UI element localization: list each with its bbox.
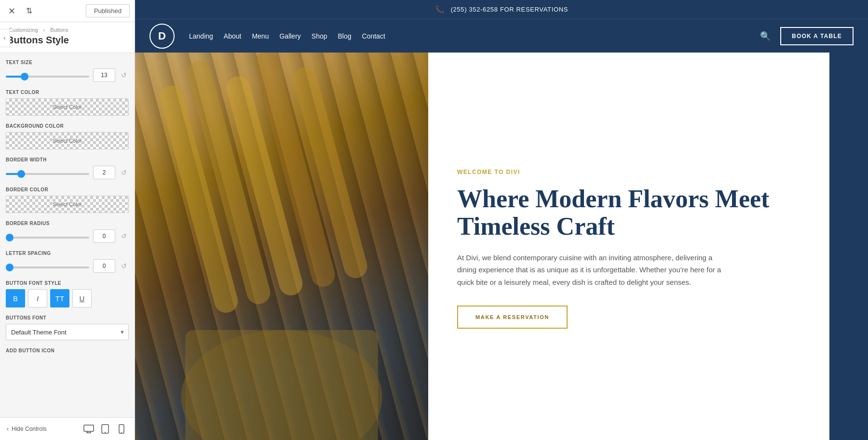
- font-tt-button[interactable]: TT: [50, 289, 69, 307]
- panel-body: TEXT SIZE ↺ TEXT COLOR Select Color BACK…: [0, 53, 135, 417]
- border-radius-group: BORDER RADIUS ↺: [6, 221, 129, 243]
- bg-color-group: BACKGROUND COLOR Select Color: [6, 123, 129, 149]
- back-button[interactable]: ‹: [0, 29, 10, 47]
- published-button[interactable]: Published: [86, 4, 130, 17]
- letter-spacing-input[interactable]: [93, 259, 115, 273]
- buttons-font-select-container: Default Theme Font ▼: [6, 324, 129, 340]
- svg-point-7: [121, 432, 122, 433]
- add-button-icon-group: ADD BUTTON ICON: [6, 348, 129, 353]
- bg-color-swatch[interactable]: Select Color: [6, 132, 129, 149]
- welcome-text: WELCOME TO DIVI: [457, 169, 839, 175]
- border-width-slider[interactable]: [6, 173, 89, 175]
- border-width-label: BORDER WIDTH: [6, 157, 129, 162]
- hide-controls-button[interactable]: ‹ Hide Controls: [7, 426, 47, 432]
- nav-links: Landing About Menu Gallery Shop Blog Con…: [189, 32, 746, 40]
- right-background-accent: [829, 53, 868, 440]
- bg-color-label: BACKGROUND COLOR: [6, 123, 129, 129]
- buttons-font-label: BUTTONS FONT: [6, 315, 129, 320]
- border-radius-row: ↺: [6, 229, 129, 243]
- nav-link-gallery[interactable]: Gallery: [279, 32, 300, 40]
- hero-content: WELCOME TO DIVI Where Modern Flavors Mee…: [428, 53, 868, 440]
- letter-spacing-row: ↺: [6, 259, 129, 273]
- nav-link-about[interactable]: About: [224, 32, 242, 40]
- site-nav: D Landing About Menu Gallery Shop Blog C…: [135, 19, 868, 53]
- close-button[interactable]: ✕: [5, 4, 18, 18]
- phone-icon: 📞: [435, 5, 445, 14]
- text-color-label: TEXT COLOR: [6, 90, 129, 95]
- text-color-select-label: Select Color: [53, 104, 82, 110]
- font-italic-button[interactable]: I: [28, 289, 47, 307]
- border-color-swatch[interactable]: Select Color: [6, 196, 129, 213]
- text-size-label: TEXT SIZE: [6, 60, 129, 65]
- letter-spacing-label: LETTER SPACING: [6, 251, 129, 256]
- panel-header: Customizing › Buttons Buttons Style: [0, 22, 135, 53]
- panel-topbar: ✕ ⇅ Published: [0, 0, 135, 22]
- letter-spacing-group: LETTER SPACING ↺: [6, 251, 129, 273]
- border-radius-slider[interactable]: [6, 237, 89, 239]
- hero-description: At Divi, we blend contemporary cuisine w…: [457, 252, 727, 289]
- border-width-group: BORDER WIDTH ↺: [6, 157, 129, 179]
- add-button-icon-label: ADD BUTTON ICON: [6, 348, 129, 353]
- site-phone-number: (255) 352-6258 FOR RESERVATIONS: [451, 6, 568, 13]
- text-size-slider-container: [6, 71, 89, 80]
- border-radius-input[interactable]: [93, 229, 115, 243]
- hero-food-image: [135, 53, 428, 440]
- text-size-slider[interactable]: [6, 76, 89, 78]
- button-font-style-group: BUTTON FONT STYLE B I TT U: [6, 280, 129, 307]
- nav-link-shop[interactable]: Shop: [312, 32, 327, 40]
- chevron-left-icon: ‹: [7, 426, 9, 432]
- hero-section: WELCOME TO DIVI Where Modern Flavors Mee…: [135, 53, 868, 440]
- svg-point-5: [105, 432, 106, 433]
- search-icon[interactable]: 🔍: [760, 31, 771, 41]
- font-underline-button[interactable]: U: [72, 289, 92, 307]
- svg-rect-0: [84, 425, 94, 431]
- letter-spacing-reset[interactable]: ↺: [119, 261, 129, 271]
- nav-link-landing[interactable]: Landing: [189, 32, 213, 40]
- desktop-view-button[interactable]: [82, 423, 95, 435]
- mobile-view-button[interactable]: [115, 423, 128, 435]
- customizer-panel: ✕ ⇅ Published Customizing › Buttons Butt…: [0, 0, 135, 440]
- hide-controls-label: Hide Controls: [12, 426, 47, 432]
- breadcrumb: Customizing › Buttons: [7, 27, 128, 33]
- sort-button[interactable]: ⇅: [22, 4, 36, 18]
- border-radius-reset[interactable]: ↺: [119, 231, 129, 241]
- border-color-select-label: Select Color: [53, 201, 82, 207]
- text-color-swatch[interactable]: Select Color: [6, 98, 129, 116]
- panel-title: Buttons Style: [7, 35, 128, 46]
- site-topbar: 📞 (255) 352-6258 FOR RESERVATIONS: [135, 0, 868, 19]
- buttons-font-select[interactable]: Default Theme Font: [6, 324, 129, 340]
- nav-link-blog[interactable]: Blog: [338, 32, 352, 40]
- breadcrumb-buttons[interactable]: Buttons: [50, 27, 68, 33]
- border-color-group: BORDER COLOR Select Color: [6, 187, 129, 213]
- site-preview: 📞 (255) 352-6258 FOR RESERVATIONS D Land…: [135, 0, 868, 440]
- text-size-group: TEXT SIZE ↺: [6, 60, 129, 82]
- tablet-view-button[interactable]: [99, 423, 111, 435]
- svg-rect-14: [185, 330, 378, 440]
- letter-spacing-slider[interactable]: [6, 267, 89, 268]
- border-width-input[interactable]: [93, 166, 115, 179]
- border-width-reset[interactable]: ↺: [119, 168, 129, 177]
- text-size-input[interactable]: [93, 68, 115, 82]
- buttons-font-group: BUTTONS FONT Default Theme Font ▼: [6, 315, 129, 340]
- border-width-slider-container: [6, 168, 89, 177]
- text-size-reset[interactable]: ↺: [119, 70, 129, 80]
- text-size-row: ↺: [6, 68, 129, 82]
- panel-footer: ‹ Hide Controls: [0, 417, 135, 440]
- border-width-row: ↺: [6, 166, 129, 179]
- letter-spacing-slider-container: [6, 262, 89, 270]
- view-buttons: [82, 423, 128, 435]
- site-logo[interactable]: D: [149, 24, 175, 49]
- border-radius-slider-container: [6, 232, 89, 240]
- border-radius-label: BORDER RADIUS: [6, 221, 129, 226]
- breadcrumb-arrow: ›: [43, 27, 45, 33]
- breadcrumb-customizing[interactable]: Customizing: [9, 27, 38, 33]
- breadsticks-image: [135, 53, 428, 440]
- book-table-button[interactable]: BOOK A TABLE: [780, 27, 854, 45]
- button-font-style-label: BUTTON FONT STYLE: [6, 280, 129, 286]
- nav-link-contact[interactable]: Contact: [362, 32, 385, 40]
- nav-link-menu[interactable]: Menu: [252, 32, 269, 40]
- font-bold-button[interactable]: B: [6, 289, 25, 307]
- border-color-label: BORDER COLOR: [6, 187, 129, 192]
- text-color-group: TEXT COLOR Select Color: [6, 90, 129, 116]
- make-reservation-button[interactable]: MAKE A RESERVATION: [457, 306, 568, 329]
